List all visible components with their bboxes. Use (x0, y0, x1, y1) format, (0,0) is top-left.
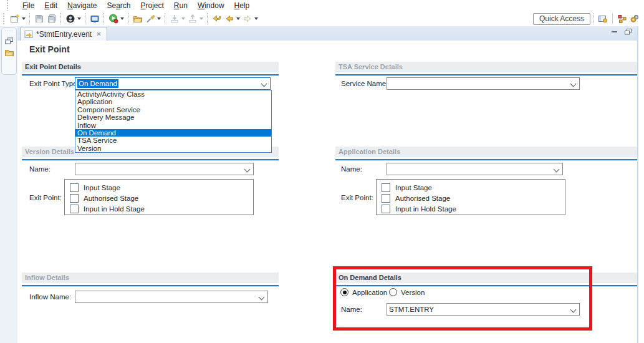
save-all-icon (47, 14, 57, 24)
input-in-hold-stage-checkbox[interactable] (382, 205, 390, 213)
editor-tab-strip: *StmtEntry.event ✕ (17, 26, 638, 41)
left-view-rail: ···· (0, 26, 18, 343)
console-button[interactable] (89, 12, 101, 26)
section-header: On Demand Details (335, 273, 637, 283)
open-perspective-icon (598, 14, 608, 24)
inflow-name-label: Inflow Name: (29, 293, 71, 301)
dropdown-option[interactable]: Version (75, 145, 271, 152)
menu-file[interactable]: File (22, 1, 34, 10)
dropdown-option[interactable]: Application (75, 98, 271, 105)
version-radio[interactable] (389, 288, 397, 296)
section-on-demand-details: On Demand Details Application Version Na… (335, 273, 637, 287)
application-radio-option[interactable]: Application (340, 288, 387, 296)
service-name-label: Service Name : (341, 80, 390, 87)
section-header: Inflow Details (22, 273, 279, 283)
menu-project[interactable]: Project (140, 1, 163, 10)
inflow-name-combo[interactable] (75, 291, 268, 303)
menu-search[interactable]: Search (107, 1, 130, 10)
chevron-down-icon (244, 167, 251, 173)
rail-drag-handle[interactable]: ···· (4, 29, 14, 33)
dropdown-option-selected[interactable]: On Demand (75, 129, 271, 137)
section-header: Exit Point Details (22, 62, 279, 72)
exit-point-label: Exit Point: (29, 194, 62, 201)
last-edit-location-button[interactable] (211, 12, 223, 26)
section-separator (22, 74, 279, 76)
menu-help[interactable]: Help (234, 1, 250, 10)
save-all-button[interactable] (46, 12, 58, 26)
toolbar-drag-handle (3, 13, 7, 24)
version-radio-option[interactable]: Version (389, 288, 425, 296)
minimized-view-bar: ···· (1, 27, 17, 75)
input-in-hold-stage-checkbox[interactable] (70, 205, 79, 213)
brush-icon (145, 14, 155, 24)
menu-navigate[interactable]: Navigate (67, 1, 97, 10)
forward-button[interactable] (241, 12, 259, 26)
authorised-stage-checkbox[interactable] (382, 194, 390, 203)
gears-perspective-icon (630, 14, 640, 24)
new-wizard-button[interactable] (9, 12, 27, 26)
section-application-details: Application Details Name: Exit Point: In… (335, 147, 637, 161)
restore-editor-button[interactable] (4, 37, 14, 45)
dropdown-option[interactable]: Inflow (75, 122, 271, 129)
import-button[interactable] (168, 12, 186, 26)
section-separator (335, 159, 637, 161)
back-button[interactable] (223, 12, 241, 26)
section-inflow-details: Inflow Details Inflow Name: (22, 273, 279, 287)
version-name-combo[interactable] (75, 163, 254, 175)
chevron-down-icon (554, 167, 560, 173)
editor-right-border (637, 26, 638, 343)
dropdown-option[interactable]: Delivery Message (75, 114, 271, 121)
quick-access-button[interactable]: Quick Access (533, 13, 590, 25)
run-button[interactable] (107, 12, 125, 26)
chevron-down-icon (254, 17, 258, 20)
open-perspective-button[interactable] (597, 12, 609, 26)
user-button[interactable] (64, 12, 82, 26)
save-button[interactable] (33, 12, 46, 26)
chevron-down-icon (77, 17, 81, 20)
application-name-combo[interactable] (387, 163, 563, 175)
section-header: TSA Service Details (335, 62, 637, 72)
menu-run[interactable]: Run (174, 1, 188, 10)
section-separator (335, 285, 637, 287)
menu-window[interactable]: Window (198, 1, 224, 10)
application-radio[interactable] (340, 288, 348, 296)
export-button[interactable] (186, 12, 204, 26)
menu-bar: File Edit Navigate Search Project Run Wi… (0, 0, 644, 11)
section-tsa-service-details: TSA Service Details Service Name : (335, 62, 637, 76)
chevron-down-icon (259, 294, 265, 301)
on-demand-name-combo[interactable]: STMT.ENTRY (387, 303, 580, 316)
back-arrow-icon (224, 14, 234, 24)
open-folder-view-button[interactable] (4, 49, 14, 57)
open-folder-icon (133, 14, 143, 24)
brush-button[interactable] (144, 12, 162, 26)
minimize-icon[interactable] (612, 29, 618, 35)
exit-point-type-combo[interactable]: On Demand (75, 77, 271, 90)
page-title: Exit Point (29, 44, 70, 54)
tab-stmtentry-event[interactable]: *StmtEntry.event ✕ (20, 27, 107, 41)
close-icon[interactable]: ✕ (95, 31, 102, 38)
application-exit-point-group: Input Stage Authorised Stage Input in Ho… (376, 179, 565, 215)
perspective-gears-button[interactable] (628, 12, 641, 26)
chevron-down-icon (570, 81, 577, 87)
input-stage-checkbox[interactable] (70, 183, 79, 192)
service-name-combo[interactable] (387, 77, 580, 90)
console-icon (90, 14, 100, 24)
chevron-down-icon (157, 17, 161, 20)
dropdown-option[interactable]: Component Service (75, 106, 271, 114)
chevron-down-icon (570, 307, 577, 313)
perspective-nodes-button[interactable] (616, 12, 628, 26)
authorised-stage-checkbox[interactable] (70, 194, 79, 203)
save-icon (34, 14, 44, 24)
menu-edit[interactable]: Edit (44, 1, 57, 10)
dropdown-option[interactable]: TSA Service (75, 137, 271, 144)
exit-point-editor: Exit Point Exit Point Details Exit Point… (17, 41, 637, 343)
maximize-icon[interactable] (625, 29, 632, 35)
dropdown-option[interactable]: Activity/Activity Class (75, 90, 271, 98)
chevron-down-icon (120, 17, 124, 20)
open-folder-button[interactable] (132, 12, 144, 26)
section-header: Application Details (335, 147, 637, 157)
name-label: Name: (29, 165, 50, 173)
input-stage-checkbox[interactable] (382, 183, 390, 192)
name-label: Name: (341, 165, 362, 173)
exit-point-label: Exit Point: (341, 194, 373, 201)
